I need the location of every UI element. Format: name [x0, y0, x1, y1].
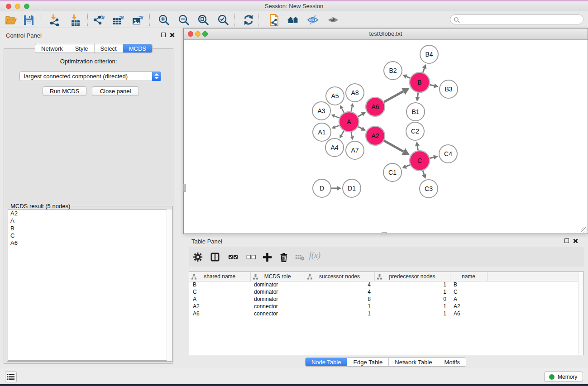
table-cell[interactable]: 4 [305, 288, 374, 295]
export-network-icon[interactable] [92, 14, 105, 26]
column-header-MCDS-role[interactable]: MCDS role [250, 272, 305, 281]
delete-table-icon[interactable] [294, 252, 305, 262]
table-row[interactable]: A6connector11A6 [189, 310, 578, 317]
table-cell[interactable]: 1 [374, 281, 450, 288]
result-item[interactable]: C [8, 232, 172, 239]
tab-motifs[interactable]: Motifs [438, 358, 466, 366]
result-list-scrollbar[interactable] [167, 210, 172, 361]
zoom-out-icon[interactable] [177, 14, 190, 26]
canvas-scrollbar-nub[interactable] [183, 184, 186, 192]
export-image-icon[interactable] [131, 14, 144, 26]
table-row[interactable]: A2connector11A2 [189, 303, 578, 310]
table-cell[interactable]: 8 [305, 295, 374, 303]
graph-edge-B-B2[interactable] [406, 76, 410, 78]
table-scrollbar[interactable] [578, 272, 583, 355]
hide-selected-icon[interactable] [306, 14, 319, 26]
graph-edge-A6-B[interactable] [384, 91, 403, 102]
column-header-shared-name[interactable]: shared name [189, 272, 250, 281]
table-cell[interactable]: 1 [305, 303, 374, 310]
result-item[interactable]: A2 [8, 210, 172, 217]
table-cell[interactable]: C [450, 288, 487, 295]
tab-edge-table[interactable]: Edge Table [347, 358, 389, 366]
new-network-from-selection-icon[interactable] [268, 14, 281, 26]
save-session-icon[interactable] [22, 14, 35, 26]
graph-edge-C-C2[interactable] [417, 146, 418, 150]
zoom-fit-icon[interactable] [197, 14, 210, 26]
table-cell[interactable]: connector [250, 310, 305, 317]
delete-column-trash-icon[interactable] [278, 252, 289, 262]
import-table-icon[interactable] [69, 14, 81, 26]
table-cell[interactable]: 4 [305, 281, 374, 288]
table-cell[interactable]: dominator [250, 295, 305, 303]
open-file-icon[interactable] [5, 14, 17, 26]
graph-edge-B-B4[interactable] [423, 68, 424, 72]
mcds-result-list[interactable]: A2ABCA6 [8, 210, 172, 361]
float-panel-icon[interactable] [564, 238, 569, 243]
graph-edge-A-A2[interactable] [358, 127, 362, 129]
graph-edge-C-C4[interactable] [430, 157, 434, 158]
unselect-all-columns-icon[interactable] [246, 252, 257, 262]
zoom-window-button[interactable] [24, 4, 29, 9]
close-panel-button[interactable]: Close panel [92, 86, 139, 96]
table-cell[interactable]: B [189, 281, 250, 288]
result-item[interactable]: A [8, 217, 172, 224]
tab-network-table[interactable]: Network Table [389, 358, 438, 366]
export-table-icon[interactable] [112, 14, 124, 26]
float-panel-icon[interactable] [161, 33, 166, 37]
tab-select[interactable]: Select [95, 44, 123, 52]
table-cell[interactable]: A [450, 295, 487, 303]
table-cell[interactable]: connector [250, 303, 305, 310]
graph-edge-A2-C[interactable] [384, 141, 403, 152]
show-columns-icon[interactable] [210, 252, 220, 262]
app-titlebar[interactable]: Session: New Session [0, 1, 588, 11]
select-all-columns-icon[interactable] [228, 252, 239, 262]
close-panel-icon[interactable] [170, 33, 175, 38]
table-cell[interactable]: B [450, 281, 487, 288]
graph-edge-C-C3[interactable] [423, 171, 424, 175]
graph-edge-A-A3[interactable] [335, 116, 339, 118]
import-network-icon[interactable] [48, 14, 61, 26]
zoom-in-icon[interactable] [158, 14, 170, 26]
network-window-titlebar[interactable]: testGlobe.txt [184, 29, 588, 40]
first-neighbors-icon[interactable] [287, 14, 300, 26]
result-item[interactable]: A6 [8, 239, 172, 247]
tab-mcds[interactable]: MCDS [123, 44, 152, 52]
table-cell[interactable]: dominator [250, 281, 305, 288]
memory-button[interactable]: Memory [544, 372, 583, 382]
refresh-icon[interactable] [242, 14, 255, 26]
tab-node-table[interactable]: Node Table [306, 358, 348, 366]
graph-edge-A-A6[interactable] [358, 114, 362, 117]
optimization-criterion-select[interactable]: largest connected component (directed) [19, 71, 161, 81]
close-view-button[interactable] [188, 31, 193, 37]
close-panel-icon[interactable] [573, 238, 578, 243]
column-header-predecessor-nodes[interactable]: predecessor nodes [374, 272, 450, 281]
graph-edge-A-A1[interactable] [335, 125, 339, 127]
table-cell[interactable]: A6 [189, 310, 250, 317]
show-all-icon[interactable] [327, 14, 339, 26]
split-pane-handle[interactable] [382, 232, 387, 235]
table-cell[interactable]: A2 [189, 303, 250, 310]
minimize-view-button[interactable] [195, 31, 201, 37]
task-history-button[interactable] [5, 372, 17, 382]
table-row[interactable]: Cdominator41C [189, 288, 578, 295]
zoom-view-button[interactable] [202, 31, 208, 37]
tab-network[interactable]: Network [35, 44, 69, 52]
window-resize-grip[interactable] [581, 227, 587, 233]
graph-edge-B-B3[interactable] [430, 85, 434, 86]
table-cell[interactable]: 1 [374, 288, 450, 295]
graph-edge-A-A4[interactable] [341, 131, 344, 135]
table-cell[interactable]: 1 [374, 310, 450, 317]
graph-edge-B-B1[interactable] [417, 93, 418, 97]
run-mcds-button[interactable]: Run MCDS [43, 86, 86, 96]
table-settings-gear-icon[interactable] [192, 252, 203, 262]
table-cell[interactable]: dominator [250, 288, 305, 295]
table-cell[interactable]: C [189, 288, 250, 295]
graph-edge-C-C1[interactable] [406, 165, 410, 167]
graph-edge-A-A8[interactable] [351, 106, 352, 111]
result-item[interactable]: B [8, 225, 172, 232]
table-cell[interactable]: 1 [305, 310, 374, 317]
search-field[interactable] [450, 14, 583, 24]
column-header-name[interactable]: name [450, 272, 487, 281]
graph-edge-A-A7[interactable] [351, 132, 352, 137]
network-canvas[interactable]: B4B2BB3A5A8A6A3B1AA1C2A2A4A7C4CC1C3DD1 [184, 40, 588, 234]
